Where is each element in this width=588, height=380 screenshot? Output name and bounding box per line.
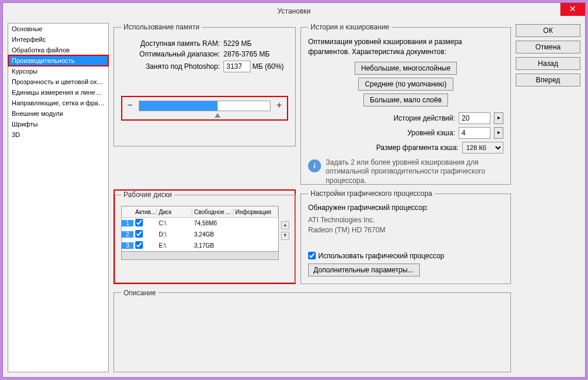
cache-levels-label: Уровней кэша: (407, 129, 455, 137)
gpu-detected-label: Обнаружен графический процессор: (308, 204, 503, 212)
use-gpu-label: Использовать графический процессор (318, 252, 445, 260)
available-ram-label: Доступная память RAM: (121, 39, 220, 48)
slider-plus-button[interactable]: + (274, 101, 285, 111)
history-cache-group: История и кэширование Оптимизация уровне… (300, 23, 511, 185)
memory-slider: − + (121, 96, 288, 121)
table-row[interactable]: 2 D:\ 3,24GB (122, 229, 278, 240)
gpu-advanced-button[interactable]: Дополнительные параметры... (308, 264, 420, 276)
used-by-ps-input[interactable] (223, 61, 250, 72)
preset-small-button[interactable]: Небольшие, многослойные (355, 62, 457, 75)
ok-button[interactable]: ОК (516, 24, 580, 37)
category-sidebar: Основные Интерфейс Обработка файлов Прои… (8, 23, 109, 372)
used-by-ps-label: Занято под Photoshop: (121, 62, 220, 71)
sidebar-item-transparency[interactable]: Прозрачность и цветовой охват (8, 76, 108, 87)
table-row[interactable]: 3 E:\ 3,17GB (122, 240, 278, 251)
col-disk: Диск (157, 209, 192, 215)
description-legend: Описание (121, 289, 158, 297)
gpu-settings-group: Настройки графического процессора Обнару… (300, 189, 511, 284)
preset-big-button[interactable]: Большие, мало слоёв (363, 94, 448, 106)
slider-thumb-icon[interactable] (215, 113, 220, 118)
scratch-disks-group: Рабочие диски Актив... Диск Свободное ..… (115, 191, 296, 283)
dialog-buttons: ОК Отмена Назад Вперед (516, 23, 580, 372)
prev-button[interactable]: Назад (516, 57, 580, 70)
sidebar-item-performance[interactable]: Производительность (8, 55, 108, 66)
history-description: Оптимизация уровней кэширования и размер… (308, 37, 503, 57)
col-active: Актив... (133, 209, 157, 215)
ideal-range-label: Оптимальный диапазон: (121, 50, 220, 58)
used-by-ps-suffix: МБ (60%) (252, 62, 283, 71)
next-button[interactable]: Вперед (516, 74, 580, 86)
sidebar-item-3d[interactable]: 3D (8, 129, 108, 140)
col-free: Свободное ... (192, 209, 233, 215)
history-states-label: История действий: (393, 114, 455, 122)
history-states-input[interactable] (459, 112, 490, 124)
move-up-button[interactable]: ▲ (281, 221, 289, 229)
cache-levels-stepper[interactable]: ▸ (494, 127, 503, 139)
disk-active-checkbox[interactable] (135, 219, 143, 226)
table-row[interactable]: 1 C:\ 74,58Мб (122, 218, 278, 229)
preset-default-button[interactable]: Средние (по умолчанию) (358, 78, 453, 91)
gpu-vendor: ATI Technologies Inc. (308, 215, 503, 225)
col-info: Информация (233, 209, 278, 215)
window-title: Установки (278, 7, 310, 15)
cache-info-text: Задать 2 или более уровней кэширования д… (326, 158, 503, 186)
info-icon: i (308, 159, 321, 172)
history-legend: История и кэширование (308, 23, 392, 31)
sidebar-item-type[interactable]: Шрифты (8, 119, 108, 129)
sidebar-item-plugins[interactable]: Внешние модули (8, 108, 108, 119)
titlebar: Установки ✕ (3, 3, 585, 19)
history-states-stepper[interactable]: ▸ (494, 112, 503, 124)
cancel-button[interactable]: Отмена (516, 41, 580, 54)
sidebar-item-guides[interactable]: Направляющие, сетка и фрагменты (8, 98, 108, 108)
gpu-model: Radeon (TM) HD 7670M (308, 225, 503, 235)
sidebar-item-cursors[interactable]: Курсоры (8, 66, 108, 76)
ideal-range-value: 2876-3765 МБ (223, 50, 288, 58)
disks-table: Актив... Диск Свободное ... Информация 1 (121, 206, 279, 252)
disks-legend: Рабочие диски (121, 191, 174, 199)
sidebar-item-interface[interactable]: Интерфейс (8, 34, 108, 45)
available-ram-value: 5229 МБ (223, 39, 288, 48)
sidebar-item-general[interactable]: Основные (8, 24, 108, 34)
slider-track[interactable] (139, 101, 270, 111)
cache-levels-input[interactable] (459, 127, 490, 139)
disk-active-checkbox[interactable] (135, 230, 143, 238)
scratch-disks-highlight: Рабочие диски Актив... Диск Свободное ..… (113, 189, 296, 284)
sidebar-item-filehandling[interactable]: Обработка файлов (8, 45, 108, 55)
gpu-legend: Настройки графического процессора (308, 189, 435, 198)
cache-tile-select[interactable]: 128 Кб (462, 142, 503, 154)
use-gpu-checkbox[interactable] (308, 252, 316, 259)
close-button[interactable]: ✕ (560, 3, 585, 16)
cache-tile-label: Размер фрагмента кэша: (376, 144, 459, 152)
description-group: Описание (113, 289, 511, 372)
disk-scrollbar[interactable] (121, 252, 279, 260)
preferences-window: Установки ✕ Основные Интерфейс Обработка… (2, 2, 586, 378)
slider-minus-button[interactable]: − (125, 101, 135, 111)
disk-active-checkbox[interactable] (135, 241, 143, 249)
move-down-button[interactable]: ▼ (281, 232, 289, 240)
memory-legend: Использование памяти (121, 23, 202, 31)
memory-usage-group: Использование памяти Доступная память RA… (113, 23, 296, 146)
sidebar-item-units[interactable]: Единицы измерения и линейки (8, 87, 108, 98)
